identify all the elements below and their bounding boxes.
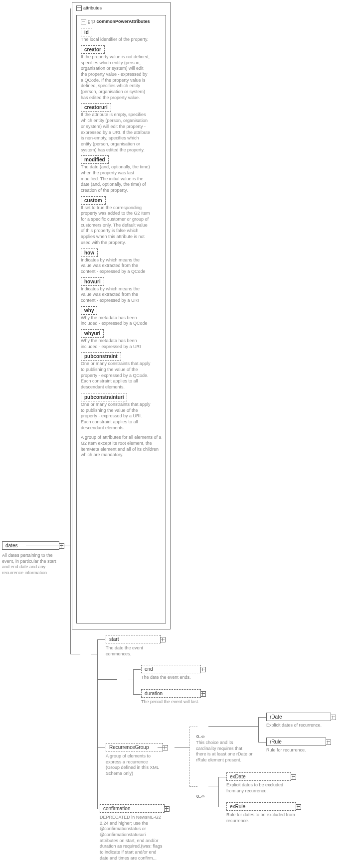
attributes-header: attributes xyxy=(76,5,166,11)
attribute-desc: If the property value is not defined, sp… xyxy=(81,54,151,56)
attribute-id: id xyxy=(81,28,92,36)
attributes-label: attributes xyxy=(83,5,102,10)
minus-icon[interactable] xyxy=(76,5,82,11)
attribute-creator: creator xyxy=(81,45,105,54)
minus-icon[interactable] xyxy=(81,19,86,24)
group-name: commonPowerAttributes xyxy=(96,19,150,24)
connector-line xyxy=(70,8,71,56)
attribute-desc: The local identifier of the property. xyxy=(81,37,151,43)
group-header: grpcommonPowerAttributes xyxy=(81,18,162,24)
group-prefix: grp xyxy=(88,18,95,24)
attributes-box: attributes grpcommonPowerAttributes idTh… xyxy=(72,2,171,56)
group-commonPowerAttributes: grpcommonPowerAttributes idThe local ide… xyxy=(76,15,166,56)
